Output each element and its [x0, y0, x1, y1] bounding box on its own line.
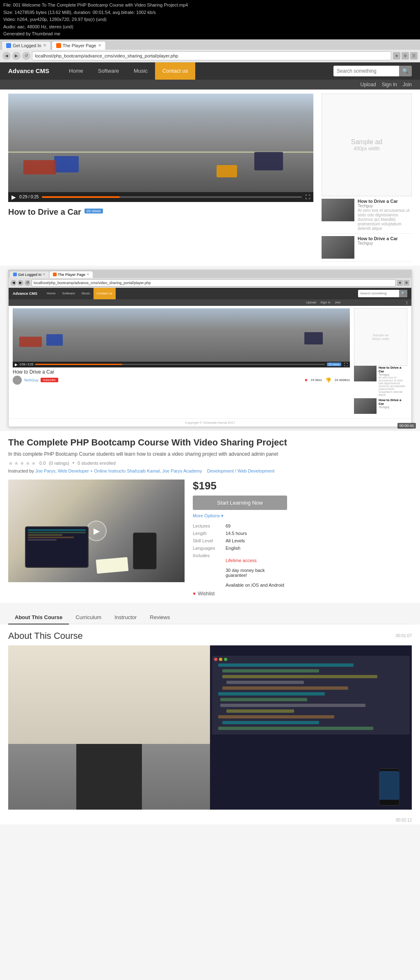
start-learning-button[interactable]: Start Learning Now: [193, 496, 287, 510]
nested-nav-music[interactable]: Music: [78, 288, 94, 299]
browser-tab-1[interactable]: Get Logged In ✕: [2, 41, 51, 50]
fullscreen-button[interactable]: ⛶: [305, 194, 310, 200]
nested-search-bar: 🔍: [358, 290, 407, 297]
search-input[interactable]: [333, 66, 399, 76]
upload-link[interactable]: Upload: [361, 82, 376, 87]
nav-home[interactable]: Home: [62, 62, 91, 80]
nested-like-icon[interactable]: ♥: [304, 377, 307, 383]
lifetime-access: Lifetime access: [226, 558, 257, 563]
nested-upload-link[interactable]: Upload: [306, 301, 316, 305]
about-content: About This Course 00:01:07: [8, 631, 412, 810]
tab-instructor[interactable]: Instructor: [108, 611, 143, 624]
play-button[interactable]: ▶: [11, 194, 16, 200]
close-dot: [214, 658, 217, 661]
star-icon[interactable]: ★: [393, 52, 400, 60]
nested-subscribe-button[interactable]: Subscribe: [41, 378, 58, 382]
instructor-link[interactable]: Joe Parys, Web Developer + Online Instru…: [35, 468, 202, 473]
refresh-button[interactable]: ↺: [22, 52, 30, 60]
nested-signin-link[interactable]: Sign In: [320, 301, 331, 305]
back-button[interactable]: ◀: [2, 52, 11, 60]
ad-subtext: 400px width: [354, 146, 380, 151]
nested-tab-close-1[interactable]: ✕: [43, 273, 46, 276]
browser-tab-2[interactable]: The Player Page ✕: [52, 41, 106, 50]
nested-tab-label-2: The Player Page: [58, 273, 85, 277]
ad-section: Sample ad 400px width How to Drive a Car…: [322, 94, 412, 262]
nested-related-videos: How to Drive a Car Techguy At vero eos e…: [354, 366, 407, 414]
address-bar[interactable]: localhost/php_bootcamp/advance_cms/video…: [32, 51, 391, 60]
signin-link[interactable]: Sign In: [382, 82, 397, 87]
nested-ad-section: Sample ad 400px width How to Drive a Car…: [354, 308, 407, 416]
nested-related-thumb-1: [354, 366, 377, 381]
nested-nav-software[interactable]: Software: [59, 288, 78, 299]
nav-music[interactable]: Music: [126, 62, 155, 80]
tab-reviews[interactable]: Reviews: [143, 611, 176, 624]
nested-address-bar[interactable]: localhost/php_bootcamp/advance_cms/video…: [32, 279, 396, 287]
file-info-bar: File: 001 Welcome To The Complete PHP Bo…: [0, 0, 420, 39]
wishlist-row[interactable]: ♥ Wishlist: [193, 591, 287, 597]
udemy-course-section: The Complete PHP Bootcamp Course With Vi…: [0, 431, 420, 603]
meta-skill: Skill Level All Levels: [193, 538, 287, 543]
tab-about-course[interactable]: About This Course: [8, 611, 69, 624]
menu-icon[interactable]: ☰: [410, 52, 418, 60]
nested-related-title-1[interactable]: How to Drive a Car: [379, 366, 407, 373]
nested-related-info-2: How to Drive a Car Techguy: [379, 398, 407, 414]
nested-tab-2[interactable]: The Player Page ✕: [50, 271, 93, 278]
more-options-link[interactable]: More Options ▾: [193, 513, 287, 519]
nested-nav-home[interactable]: Home: [43, 288, 59, 299]
nested-progress-bar[interactable]: [35, 364, 325, 365]
tab-close-1[interactable]: ✕: [43, 43, 46, 48]
nested-join-link[interactable]: Join: [335, 301, 341, 305]
nested-related-title-2[interactable]: How to Drive a Car: [379, 398, 407, 406]
settings-icon[interactable]: ⚙: [402, 52, 409, 60]
nested-dislike-icon[interactable]: 👎: [325, 377, 331, 383]
nested-dislike-count: 24 dislikes: [335, 378, 350, 382]
lectures-value: 69: [226, 523, 231, 528]
code-line-5: [222, 686, 348, 690]
meta-includes: Includes Lifetime access 30 day money ba…: [193, 553, 287, 588]
tab-curriculum[interactable]: Curriculum: [69, 611, 108, 624]
browser-toolbar: ◀ ▶ ↺ localhost/php_bootcamp/advance_cms…: [0, 50, 420, 62]
nav-contact[interactable]: Contact us: [155, 62, 195, 80]
nested-refresh-button[interactable]: ↺: [25, 280, 30, 286]
includes-value: Lifetime access 30 day money back guaran…: [226, 553, 287, 588]
code-line-10: [218, 715, 334, 718]
nested-tab-close-2[interactable]: ✕: [87, 273, 89, 276]
join-link[interactable]: Join: [403, 82, 412, 87]
play-overlay[interactable]: ▶: [86, 521, 107, 541]
languages-label: Languages: [193, 546, 226, 551]
course-rating-row: ★ ★ ★ ★ ★ 0.0 (0 ratings) • 0 students e…: [8, 460, 412, 466]
nested-search-input[interactable]: [358, 290, 399, 297]
tab-close-2[interactable]: ✕: [98, 43, 101, 48]
nested-fullscreen-button[interactable]: ⛶: [344, 363, 348, 367]
nested-author-name[interactable]: TechGuy: [24, 378, 39, 382]
star-4: ★: [25, 460, 30, 466]
laptop-scene: ▶: [17, 484, 176, 577]
category-link[interactable]: Development / Web Development: [207, 468, 274, 473]
main-content: ▶ 0:29 / 0:25 ⛶ How to Drive a Car 29 vi…: [0, 90, 420, 266]
nested-related-item-1: How to Drive a Car Techguy At vero eos e…: [354, 366, 407, 396]
search-button[interactable]: 🔍: [399, 66, 412, 76]
related-title-2[interactable]: How to Drive a Car: [358, 236, 412, 241]
about-timestamp-top: 00:01:07: [396, 633, 412, 638]
tab-label-2: The Player Page: [63, 43, 96, 48]
related-meta-1: At vero eos et accusamus ut sisto odo di…: [358, 208, 412, 231]
nested-star-icon[interactable]: ★: [397, 280, 403, 286]
skill-label: Skill Level: [193, 538, 226, 543]
nested-tab-1[interactable]: Get Logged In ✕: [10, 271, 49, 278]
nested-forward-button[interactable]: ▶: [18, 280, 23, 286]
progress-bar[interactable]: [42, 196, 302, 198]
nested-back-button[interactable]: ◀: [11, 280, 16, 286]
forward-button[interactable]: ▶: [12, 52, 21, 60]
nav-software[interactable]: Software: [91, 62, 126, 80]
course-description: In this complete PHP Bootcamp Course stu…: [8, 451, 412, 457]
languages-value: English: [226, 546, 240, 551]
file-info-line3: Video: h264, yuv420p, 1280x720, 29.97 fp…: [3, 16, 417, 23]
nested-nav-contact[interactable]: Contact us: [94, 288, 116, 299]
nested-play-button[interactable]: ▶: [15, 363, 18, 367]
notebook-visual: [96, 557, 129, 574]
related-title-1[interactable]: How to Drive a Car: [358, 199, 412, 204]
nested-search-button[interactable]: 🔍: [399, 290, 407, 297]
nested-settings-icon[interactable]: ⚙: [404, 280, 409, 286]
browser-chrome: Get Logged In ✕ The Player Page ✕ ◀ ▶ ↺ …: [0, 39, 420, 62]
code-line-7: [220, 698, 307, 701]
